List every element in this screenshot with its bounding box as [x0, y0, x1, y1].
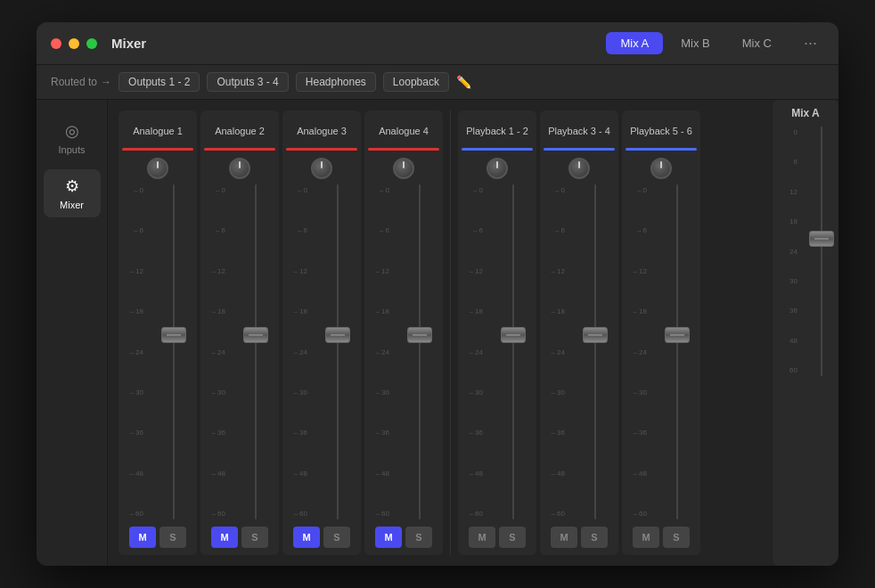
channel-3: Analogue 4– 0– 6– 12– 18– 24– 30– 36– 48… — [364, 110, 443, 555]
solo-button-4[interactable]: S — [499, 527, 526, 548]
maximize-button[interactable] — [86, 38, 97, 49]
route-outputs-3-4[interactable]: Outputs 3 - 4 — [207, 72, 288, 92]
fader-col-0[interactable] — [154, 184, 193, 519]
channel-name-4: Playback 1 - 2 — [466, 118, 528, 144]
fader-col-3[interactable] — [400, 184, 439, 519]
minimize-button[interactable] — [69, 38, 79, 49]
channel-fader-area-5: – 0– 6– 12– 18– 24– 30– 36– 48– 60 — [544, 184, 615, 519]
master-fader[interactable] — [808, 127, 835, 376]
fader-handle-5[interactable] — [583, 327, 608, 343]
channel-bar-6 — [626, 148, 697, 151]
fader-col-1[interactable] — [236, 184, 275, 519]
solo-button-3[interactable]: S — [405, 527, 432, 548]
edit-icon[interactable]: ✏️ — [456, 75, 471, 89]
channel-fader-area-6: – 0– 6– 12– 18– 24– 30– 36– 48– 60 — [626, 184, 697, 519]
channel-name-1: Analogue 2 — [215, 118, 265, 144]
route-outputs-1-2[interactable]: Outputs 1 - 2 — [119, 72, 200, 92]
sidebar-item-mixer[interactable]: ⚙ Mixer — [44, 169, 101, 217]
main-area: ◎ Inputs ⚙ Mixer Analogue 1– 0– 6– 12– 1… — [37, 100, 838, 566]
route-loopback[interactable]: Loopback — [383, 72, 449, 92]
channel-1: Analogue 2– 0– 6– 12– 18– 24– 30– 36– 48… — [200, 110, 279, 555]
channel-name-6: Playback 5 - 6 — [630, 118, 692, 144]
channel-knob-5[interactable] — [568, 158, 590, 179]
solo-button-1[interactable]: S — [241, 527, 268, 548]
solo-button-2[interactable]: S — [323, 527, 350, 548]
mix-tabs: Mix A Mix B Mix C — [606, 32, 786, 54]
mute-button-5[interactable]: M — [551, 527, 577, 548]
master-label: Mix A — [791, 107, 820, 119]
channel-knob-2[interactable] — [311, 158, 332, 179]
tab-mix-b[interactable]: Mix B — [666, 32, 724, 54]
fader-col-4[interactable] — [494, 184, 533, 519]
channel-4: Playback 1 - 2– 0– 6– 12– 18– 24– 30– 36… — [458, 110, 536, 555]
fader-handle-3[interactable] — [407, 327, 432, 343]
channel-knob-4[interactable] — [487, 158, 508, 179]
channel-separator — [450, 110, 451, 555]
route-headphones[interactable]: Headphones — [296, 72, 376, 92]
mute-button-2[interactable]: M — [293, 527, 320, 548]
channel-knob-6[interactable] — [650, 158, 672, 179]
channel-knob-3[interactable] — [393, 158, 414, 179]
channel-name-5: Playback 3 - 4 — [548, 118, 610, 144]
channel-bar-3 — [368, 148, 439, 151]
channel-name-0: Analogue 1 — [133, 118, 183, 144]
channel-knob-0[interactable] — [147, 158, 168, 179]
mute-button-6[interactable]: M — [633, 527, 659, 548]
channel-fader-area-2: – 0– 6– 12– 18– 24– 30– 36– 48– 60 — [286, 184, 357, 519]
solo-button-5[interactable]: S — [581, 527, 608, 548]
channel-fader-area-0: – 0– 6– 12– 18– 24– 30– 36– 48– 60 — [122, 184, 193, 519]
traffic-lights — [51, 38, 97, 49]
main-window: Mixer Mix A Mix B Mix C ··· Routed to → … — [37, 22, 838, 566]
fader-handle-1[interactable] — [243, 327, 268, 343]
channel-knob-1[interactable] — [229, 158, 250, 179]
channel-name-2: Analogue 3 — [297, 118, 347, 144]
channel-bar-4 — [462, 148, 533, 151]
master-fader-area: 0 6 12 18 24 30 36 48 60 — [776, 127, 835, 376]
close-button[interactable] — [51, 38, 61, 49]
app-title: Mixer — [111, 36, 146, 51]
master-fader-handle[interactable] — [809, 231, 834, 247]
master-section: Mix A 0 6 12 18 24 30 36 48 60 — [773, 100, 838, 566]
channel-bar-0 — [122, 148, 193, 151]
channel-2: Analogue 3– 0– 6– 12– 18– 24– 30– 36– 48… — [282, 110, 361, 555]
routed-label: Routed to → — [51, 76, 111, 88]
mixer-content: Analogue 1– 0– 6– 12– 18– 24– 30– 36– 48… — [108, 100, 765, 566]
tab-mix-c[interactable]: Mix C — [728, 32, 786, 54]
channel-bar-2 — [286, 148, 357, 151]
fader-col-5[interactable] — [576, 184, 615, 519]
tab-mix-a[interactable]: Mix A — [606, 32, 663, 54]
sidebar-item-inputs[interactable]: ◎ Inputs — [44, 114, 101, 162]
routebar: Routed to → Outputs 1 - 2 Outputs 3 - 4 … — [37, 65, 838, 100]
mute-button-1[interactable]: M — [211, 527, 238, 548]
fader-handle-2[interactable] — [325, 327, 350, 343]
mixer-icon: ⚙ — [65, 176, 79, 196]
fader-col-6[interactable] — [658, 184, 697, 519]
channel-bar-5 — [544, 148, 615, 151]
master-scale: 0 6 12 18 24 30 36 48 60 — [781, 127, 799, 376]
sidebar: ◎ Inputs ⚙ Mixer — [37, 100, 108, 566]
master-meter: 0 6 12 18 24 30 36 48 60 — [776, 127, 805, 376]
solo-button-0[interactable]: S — [159, 527, 186, 548]
channel-0: Analogue 1– 0– 6– 12– 18– 24– 30– 36– 48… — [119, 110, 197, 555]
channel-6: Playback 5 - 6– 0– 6– 12– 18– 24– 30– 36… — [622, 110, 700, 555]
inputs-icon: ◎ — [65, 121, 79, 141]
channel-fader-area-3: – 0– 6– 12– 18– 24– 30– 36– 48– 60 — [368, 184, 439, 519]
fader-col-2[interactable] — [318, 184, 357, 519]
mute-button-4[interactable]: M — [469, 527, 495, 548]
fader-handle-0[interactable] — [161, 327, 186, 343]
channel-fader-area-4: – 0– 6– 12– 18– 24– 30– 36– 48– 60 — [462, 184, 533, 519]
channels-row: Analogue 1– 0– 6– 12– 18– 24– 30– 36– 48… — [119, 110, 755, 555]
channel-5: Playback 3 - 4– 0– 6– 12– 18– 24– 30– 36… — [540, 110, 618, 555]
fader-handle-6[interactable] — [665, 327, 690, 343]
channel-fader-area-1: – 0– 6– 12– 18– 24– 30– 36– 48– 60 — [204, 184, 275, 519]
mute-button-0[interactable]: M — [129, 527, 156, 548]
titlebar: Mixer Mix A Mix B Mix C ··· — [37, 22, 838, 65]
solo-button-6[interactable]: S — [663, 527, 690, 548]
channel-name-3: Analogue 4 — [379, 118, 429, 144]
fader-handle-4[interactable] — [501, 327, 526, 343]
mute-button-3[interactable]: M — [375, 527, 402, 548]
channel-bar-1 — [204, 148, 275, 151]
more-button[interactable]: ··· — [797, 30, 824, 56]
